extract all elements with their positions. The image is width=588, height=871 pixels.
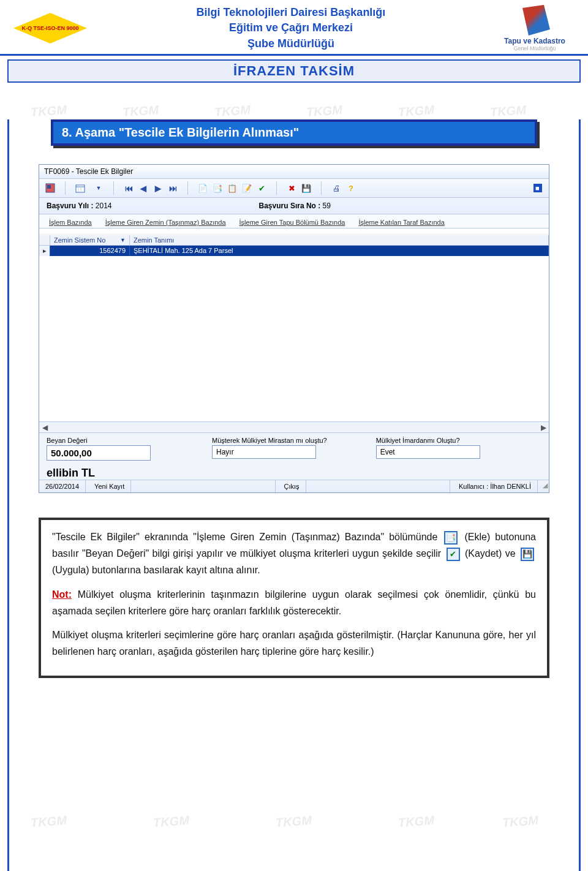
sira-value: 59 (323, 202, 331, 210)
app-logo-icon (44, 182, 56, 194)
close-panel-icon[interactable]: ■ (532, 182, 544, 194)
status-bar: 26/02/2014 Yeni Kayıt Çıkış Kullanıcı : … (39, 480, 549, 492)
watermark: TKGM (214, 103, 251, 119)
sort-icon[interactable]: ▼ (120, 237, 126, 243)
h-scrollbar[interactable]: ◀ ▶ (39, 421, 549, 432)
header-line1: Bilgi Teknolojileri Dairesi Başkanlığı (93, 5, 489, 20)
stage-title: 8. Aşama "Tescile Ek Bilgilerin Alınması… (51, 119, 537, 146)
logo-right: Tapu ve Kadastro Genel Müdürlüğü (489, 5, 581, 51)
copy-icon[interactable]: 📋 (226, 182, 238, 194)
yil-label: Başvuru Yılı : (47, 202, 93, 210)
tab-islem[interactable]: İşlem Bazında (45, 217, 96, 228)
instr-p3: Mülkiyet oluşma kriterleri seçimlerine g… (52, 627, 536, 660)
svg-rect-2 (76, 185, 85, 192)
instr-p2: Mülkiyet oluşma kriterlerinin taşınmazın… (52, 589, 536, 616)
add-icon[interactable]: 📑 (211, 182, 224, 194)
new-icon[interactable]: 📄 (197, 182, 209, 194)
status-exit[interactable]: Çıkış (278, 480, 306, 492)
note-label: Not: (52, 589, 72, 600)
header-center: Bilgi Teknolojileri Dairesi Başkanlığı E… (93, 5, 489, 51)
help-icon[interactable]: ? (345, 182, 357, 194)
inline-add-icon: 📑 (444, 531, 458, 545)
watermark: TKGM (30, 103, 67, 119)
nav-first-icon[interactable]: ⏮ (123, 182, 135, 194)
status-date: 26/02/2014 (39, 480, 86, 492)
doc-title: İFRAZEN TAKSİM (7, 59, 581, 83)
imar-input[interactable] (376, 445, 480, 459)
tab-taraf[interactable]: İşleme Katılan Taraf Bazında (355, 217, 448, 228)
nav-prev-icon[interactable]: ◀ (137, 182, 149, 194)
inline-save-icon: 💾 (521, 548, 534, 561)
iso-logo: K-Q TSE-ISO-EN 9000 (13, 13, 87, 43)
instruction-box: "Tescile Ek Bilgiler" ekranında "İşleme … (39, 518, 549, 678)
apply-icon[interactable]: ✔ (255, 182, 268, 194)
watermark: TKGM (398, 103, 434, 119)
edit-icon[interactable]: 📝 (241, 182, 253, 194)
col-tanim[interactable]: Zemin Tanımı (130, 235, 549, 245)
grid-header: Zemin Sistem No▼ Zemin Tanımı (39, 235, 549, 246)
watermark: TKGM (122, 103, 159, 119)
scroll-left-icon[interactable]: ◀ (39, 423, 50, 432)
row-indicator-icon: ▸ (39, 246, 50, 256)
instr-p1a: "Tescile Ek Bilgiler" ekranında "İşleme … (52, 532, 437, 542)
svg-rect-1 (47, 185, 51, 189)
doc-header: K-Q TSE-ISO-EN 9000 Bilgi Teknolojileri … (0, 0, 588, 56)
yil-value: 2014 (96, 202, 112, 210)
app-window: TF0069 - Tescile Ek Bilgiler ▼ ⏮ ◀ ▶ ⏭ 📄… (39, 164, 549, 493)
svg-text:■: ■ (535, 184, 540, 192)
logo-left: K-Q TSE-ISO-EN 9000 (7, 10, 93, 47)
tabs: İşlem Bazında İşleme Giren Zemin (Taşınm… (39, 214, 549, 228)
cell-sistem-no: 1562479 (50, 246, 130, 256)
tab-tapu[interactable]: İşleme Giren Tapu Bölümü Bazında (236, 217, 349, 228)
delete-icon[interactable]: ✖ (285, 182, 298, 194)
header-line3: Şube Müdürlüğü (93, 36, 489, 51)
tk-logo-icon (519, 5, 550, 36)
edit-group: 📄 📑 📋 📝 ✔ (197, 182, 268, 194)
app-info-bar: Başvuru Yılı : 2014 Başvuru Sıra No : 59 (39, 198, 549, 214)
dropdown-icon[interactable]: ▼ (92, 182, 105, 194)
nav-last-icon[interactable]: ⏭ (167, 182, 179, 194)
watermark: TKGM (489, 103, 526, 119)
status-mode: Yeni Kayıt (88, 480, 131, 492)
col-sistem-no[interactable]: Zemin Sistem No▼ (50, 235, 130, 245)
header-line2: Eğitim ve Çağrı Merkezi (93, 20, 489, 36)
imar-label: Mülkiyet İmardanmı Oluştu? (376, 437, 480, 444)
cell-tanim: ŞEHİTALİ Mah. 125 Ada 7 Parsel (130, 246, 549, 256)
nav-group: ⏮ ◀ ▶ ⏭ (123, 182, 179, 194)
resize-grip-icon[interactable]: ◢ (540, 480, 549, 492)
bottom-fields: Beyan Değeri Müşterek Mülkiyet Mirastan … (39, 433, 549, 464)
tab-zemin[interactable]: İşleme Giren Zemin (Taşınmaz) Bazında (102, 217, 230, 228)
sira-label: Başvuru Sıra No : (259, 202, 321, 210)
app-window-title: TF0069 - Tescile Ek Bilgiler (39, 165, 549, 179)
inline-apply-icon: ✔ (447, 548, 460, 561)
nav-next-icon[interactable]: ▶ (152, 182, 164, 194)
status-user: Kullanıcı : İlhan DENKLİ (453, 480, 538, 492)
watermark: TKGM (306, 103, 342, 119)
grid: Zemin Sistem No▼ Zemin Tanımı ▸ 1562479 … (39, 228, 549, 433)
logo-right-sub: Genel Müdürlüğü (489, 45, 581, 51)
app-toolbar: ▼ ⏮ ◀ ▶ ⏭ 📄 📑 📋 📝 ✔ ✖ 💾 (39, 179, 549, 198)
beyan-text: ellibin TL (39, 467, 549, 480)
instr-p1d: (Uygula) butonlarına basılarak kayıt alt… (52, 565, 260, 575)
musterek-label: Müşterek Mülkiyet Mirastan mı oluştu? (212, 437, 327, 444)
beyan-input[interactable] (47, 445, 151, 461)
calendar-icon[interactable] (74, 182, 86, 194)
logo-right-title: Tapu ve Kadastro (489, 37, 581, 45)
beyan-label: Beyan Değeri (47, 437, 151, 444)
scroll-right-icon[interactable]: ▶ (538, 423, 549, 432)
print-icon[interactable]: 🖨 (330, 182, 342, 194)
musterek-input[interactable] (212, 445, 316, 459)
table-row[interactable]: ▸ 1562479 ŞEHİTALİ Mah. 125 Ada 7 Parsel (39, 246, 549, 256)
save-icon[interactable]: 💾 (300, 182, 312, 194)
instr-p1c: (Kaydet) ve (465, 548, 516, 559)
